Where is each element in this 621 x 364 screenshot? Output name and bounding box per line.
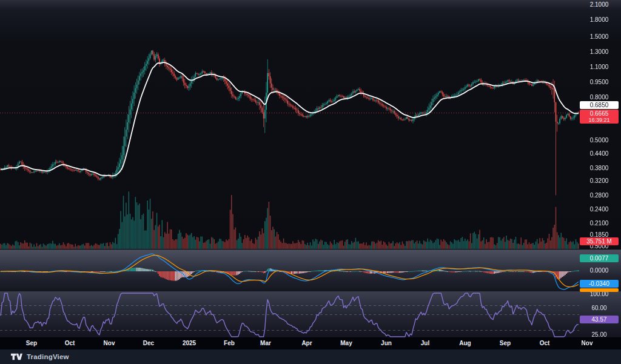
price-axis-label: 0.3800 (580, 165, 619, 172)
macd-histogram-value: 0.0077 (590, 255, 609, 262)
time-axis-label: Apr (301, 340, 312, 346)
time-axis-label: Mar (260, 340, 271, 346)
pane-separator[interactable] (0, 250, 621, 250)
pane-separator[interactable] (0, 291, 621, 292)
rsi-value: 43.57 (591, 316, 606, 323)
price-axis-label: 0.4400 (580, 150, 619, 157)
last-price-value: 0.6665 (580, 110, 619, 117)
volume-value: 35.751 M (586, 238, 612, 245)
price-axis-label: 0.0000 (580, 267, 619, 274)
time-axis-label: Oct (65, 340, 75, 346)
time-axis-label: Sep (500, 340, 511, 346)
countdown-price-value: 0.6850 (590, 102, 609, 108)
rsi-value-badge: 43.57 (580, 316, 619, 323)
macd-line-value: -0.0340 (589, 280, 609, 287)
price-axis-label: 0.3200 (580, 177, 619, 185)
time-axis-label: Oct (540, 340, 550, 346)
time-axis-label: May (340, 340, 352, 346)
volume-value-badge: 35.751 M (580, 237, 619, 245)
price-axis-label: 1.1000 (580, 64, 619, 71)
price-axis-label: 1.3000 (580, 48, 619, 56)
time-axis-label: Jul (421, 340, 429, 346)
time-axis-label: Nov (582, 340, 593, 346)
price-axis-label: 1.5000 (580, 33, 619, 41)
macd-line-badge: -0.0340 (580, 280, 619, 288)
tradingview-logo-text[interactable]: TradingView (27, 353, 69, 360)
tradingview-chart-window: 2.10001.80001.50001.30001.10000.95000.80… (0, 0, 621, 364)
time-axis-label: 2025 (183, 340, 196, 346)
last-price-countdown-time: 16:39:21 (580, 117, 619, 124)
time-axis-label: Sep (26, 340, 37, 346)
last-price-badge: 0.6665 16:39:21 (580, 110, 619, 124)
price-axis-label: 0.2800 (580, 192, 619, 199)
macd-histogram-badge: 0.0077 (580, 254, 619, 262)
time-axis-label: Jun (381, 340, 392, 346)
bottom-toolbar: TradingView (0, 349, 621, 364)
macd-signal-badge (580, 288, 619, 292)
price-axis-label: 60.00 (580, 305, 619, 312)
time-axis-label: Nov (104, 340, 115, 346)
price-axis-label: 0.2400 (580, 206, 619, 213)
price-axis-label: 2.1000 (580, 1, 619, 8)
tradingview-logo-icon[interactable] (11, 353, 22, 360)
time-axis-label: Feb (224, 340, 235, 346)
time-axis-label: Dec (143, 340, 154, 346)
price-axis-label: 0.2100 (580, 220, 619, 227)
price-axis-label: 0.9500 (580, 79, 619, 86)
price-axis-label: 25.00 (580, 331, 619, 339)
countdown-price-badge: 0.6850 (580, 101, 619, 109)
price-axis-label: 0.8000 (580, 94, 619, 101)
price-axis-label: 0.5000 (580, 137, 619, 144)
time-axis-label: Aug (459, 340, 471, 346)
price-axis-label: 1.8000 (580, 16, 619, 24)
chart-canvas[interactable] (0, 0, 579, 337)
